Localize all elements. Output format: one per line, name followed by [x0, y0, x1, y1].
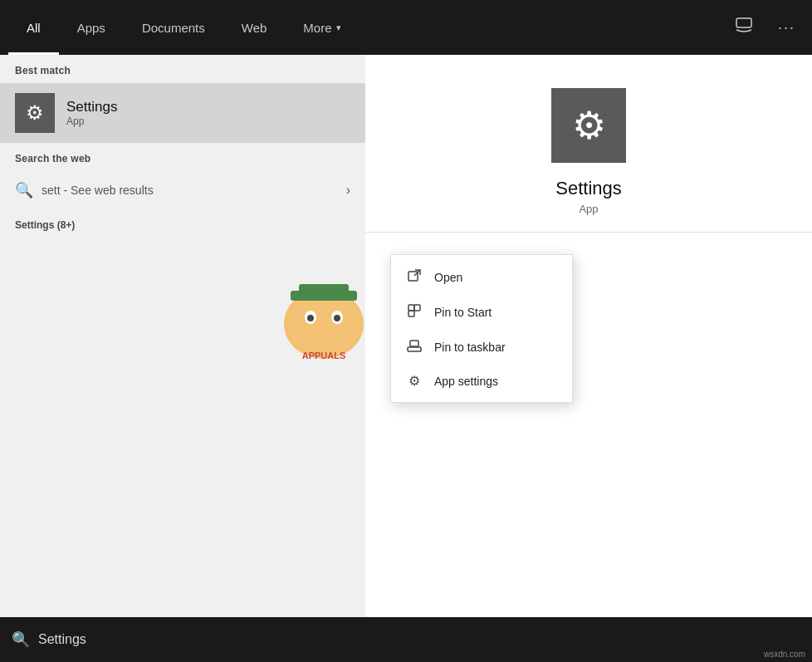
tab-all-label: All — [27, 21, 41, 35]
chevron-down-icon: ▾ — [336, 22, 341, 33]
tab-more[interactable]: More ▾ — [285, 0, 359, 55]
taskbar-search-input[interactable]: Settings — [38, 632, 86, 647]
app-large-name: Settings — [555, 178, 622, 199]
tab-web[interactable]: Web — [223, 0, 286, 55]
tab-documents[interactable]: Documents — [124, 0, 223, 55]
app-large-type: App — [579, 203, 598, 215]
open-icon — [406, 268, 423, 287]
app-settings-icon: ⚙ — [406, 373, 423, 389]
more-options-button[interactable]: ··· — [770, 12, 804, 43]
svg-rect-2 — [408, 305, 414, 311]
gear-large-icon: ⚙ — [572, 103, 606, 148]
main-area: Best match ⚙ Settings App Search the web… — [0, 55, 812, 617]
app-info: Settings App — [66, 99, 350, 127]
taskbar-search-icon: 🔍 — [12, 630, 30, 649]
best-match-item[interactable]: ⚙ Settings App — [0, 83, 365, 143]
pin-taskbar-icon — [406, 338, 423, 356]
svg-rect-5 — [408, 347, 421, 351]
tab-apps[interactable]: Apps — [59, 0, 124, 55]
web-search-left: 🔍 sett - See web results — [15, 181, 154, 199]
app-name: Settings — [66, 99, 350, 115]
settings-large-icon: ⚙ — [551, 88, 626, 163]
app-type: App — [66, 115, 350, 127]
tab-all[interactable]: All — [8, 0, 59, 55]
taskbar: 🔍 Settings wsxdn.com — [0, 617, 812, 662]
pin-start-label: Pin to Start — [434, 306, 492, 319]
chevron-right-icon: › — [346, 183, 350, 198]
context-menu-open[interactable]: Open — [391, 260, 572, 295]
right-panel: ⚙ Settings App Open — [365, 55, 812, 617]
tab-documents-label: Documents — [142, 21, 205, 35]
svg-rect-6 — [410, 341, 418, 346]
divider — [365, 232, 812, 233]
settings-app-icon: ⚙ — [15, 93, 55, 133]
context-menu: Open Pin to Start — [390, 254, 573, 403]
search-icon: 🔍 — [15, 181, 33, 199]
open-label: Open — [434, 271, 462, 284]
pin-start-icon — [406, 303, 423, 321]
context-menu-pin-taskbar[interactable]: Pin to taskbar — [391, 330, 572, 365]
context-menu-pin-start[interactable]: Pin to Start — [391, 295, 572, 330]
tab-web-label: Web — [242, 21, 267, 35]
nav-tabs: All Apps Documents Web More ▾ — [8, 0, 360, 55]
context-menu-app-settings[interactable]: ⚙ App settings — [391, 365, 572, 397]
top-nav-bar: All Apps Documents Web More ▾ ··· — [0, 0, 812, 55]
person-icon-button[interactable] — [726, 10, 761, 46]
tab-more-label: More — [303, 21, 331, 35]
search-web-section-label: Search the web — [0, 143, 365, 171]
tab-apps-label: Apps — [77, 21, 105, 35]
wsxdn-watermark: wsxdn.com — [764, 650, 805, 659]
best-match-label: Best match — [0, 55, 365, 83]
nav-right-controls: ··· — [726, 10, 804, 46]
svg-rect-4 — [408, 311, 414, 316]
web-search-item[interactable]: 🔍 sett - See web results › — [0, 171, 365, 209]
left-panel: Best match ⚙ Settings App Search the web… — [0, 55, 365, 617]
gear-icon: ⚙ — [26, 101, 44, 125]
app-settings-label: App settings — [434, 375, 498, 388]
svg-rect-0 — [736, 18, 751, 27]
settings-section-label: Settings (8+) — [0, 209, 365, 238]
svg-rect-3 — [414, 305, 420, 311]
web-search-text: sett - See web results — [42, 184, 154, 197]
pin-taskbar-label: Pin to taskbar — [434, 341, 506, 354]
